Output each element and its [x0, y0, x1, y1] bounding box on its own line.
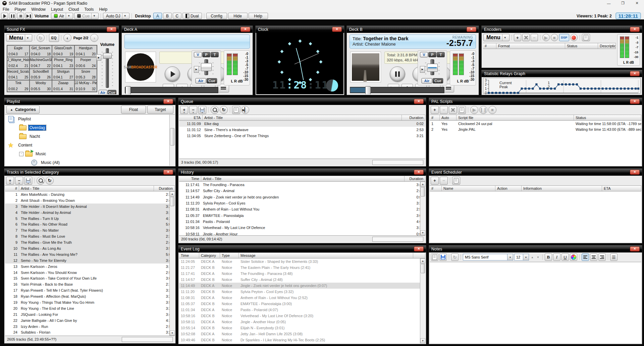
table-row[interactable]: 11:01:34Pastis - Polaroid4:07	[179, 219, 425, 225]
table-row[interactable]: 14Sven Karlsson - You Should Know2:52	[5, 270, 175, 276]
column-header[interactable]: #	[483, 43, 496, 49]
play-button[interactable]	[1, 13, 8, 19]
scheduler-add-button[interactable]: +	[431, 177, 439, 185]
pal-stop-button[interactable]: ■	[488, 106, 496, 114]
deck-b-p-button[interactable]: P	[428, 52, 436, 57]
next-button[interactable]	[25, 13, 32, 19]
column-header[interactable]: Artist - Title	[201, 176, 405, 181]
scrollbar[interactable]: ▲▼	[169, 191, 175, 336]
slider-arrow-icon[interactable]: ▶	[420, 66, 425, 73]
deck-b-cue-button[interactable]: Cue	[433, 78, 443, 83]
deck-b-volume-fader[interactable]: ▶	[425, 59, 440, 75]
table-row[interactable]: 6The Rallies - No Other Road5:04	[5, 221, 175, 227]
tracks-save-button[interactable]: ▼	[24, 177, 32, 185]
deck-a-v-button[interactable]: V	[194, 52, 202, 57]
column-header[interactable]: Artist - Title	[203, 115, 402, 120]
tree-item-overdag[interactable]: Overdag	[5, 123, 175, 132]
table-row[interactable]: 17Ryan Prewett - Tell Me I Can't (feat. …	[5, 287, 175, 293]
categories-button[interactable]: ▲Categories	[6, 106, 40, 114]
table-header[interactable]: #NameActionInformationETA	[430, 185, 641, 191]
fader-thumb[interactable]	[201, 63, 212, 71]
pal-run-button[interactable]: ▶	[470, 106, 478, 114]
font-size-select[interactable]: 12▼	[514, 254, 529, 261]
table-row[interactable]: 11:34:05Sture Zetterberg - One of Those …	[179, 133, 425, 139]
table-header[interactable]: ETAArtist - TitleDuration	[179, 115, 425, 121]
table-row[interactable]: 1Alex MakeMusic - Danzing2:18	[5, 191, 175, 197]
close-icon[interactable]: ✕	[332, 27, 342, 32]
soundfx-pad[interactable]: Shotgun0:04.127	[52, 69, 74, 80]
soundfx-pad[interactable]: GlassCrash0:04.019	[52, 45, 74, 57]
scrollbar-thumb[interactable]	[170, 197, 174, 206]
soundfx-volume-slider[interactable]: ▶	[102, 48, 113, 88]
column-header[interactable]: Message	[239, 253, 413, 258]
align-center-button[interactable]	[590, 253, 597, 261]
font-bigger-button[interactable]: ▲	[530, 256, 535, 259]
menu-item-tools[interactable]: Tools	[82, 7, 96, 12]
font-smaller-button[interactable]: ▼	[536, 256, 540, 259]
table-row[interactable]: 11:11:20DECK BNoticeSylvia Peyton - Cool…	[179, 289, 425, 295]
soundfx-pad[interactable]: Girl_Scream0:04.018	[30, 45, 52, 57]
table-header[interactable]: TimeCategoryTypeMessage	[179, 252, 425, 258]
table-row[interactable]: 10:55:14DECK BNoticeElijah N - Everybody…	[179, 325, 425, 331]
column-header[interactable]: Action	[495, 186, 522, 191]
restore-button[interactable]: ❐	[616, 0, 630, 6]
table-row[interactable]: 3Title Holder - It Doesn't Matter by Ani…	[5, 204, 175, 210]
scheduler-script-button[interactable]	[452, 177, 460, 185]
stop-encoder-button[interactable]: ■	[551, 34, 558, 41]
column-header[interactable]	[413, 253, 425, 258]
table-row[interactable]: 11:11:20Sylvia Peyton - Cool Eyes3:32	[179, 200, 425, 206]
deck-a-volume-fader[interactable]: ▶	[199, 59, 214, 75]
table-row[interactable]: 11:17:41The Foundling - Panacea3:48	[179, 182, 425, 188]
stop-button[interactable]	[17, 13, 24, 19]
align-left-button[interactable]	[582, 253, 589, 261]
table-row[interactable]: 23Izzy Arden - Run2:57	[5, 324, 175, 330]
table-row[interactable]: 11The Rallies - Are You Hearing Me?5:03	[5, 251, 175, 257]
scroll-up-icon[interactable]: ▲	[420, 258, 425, 264]
table-row[interactable]: 11:14:57DECK BNoticeSuffer City - Animal…	[179, 277, 425, 283]
align-right-button[interactable]	[598, 253, 606, 261]
config-button[interactable]: Config	[206, 13, 227, 19]
queue-refresh-button[interactable]: ↻	[220, 106, 228, 114]
tree-item-music-all-[interactable]: Music (All)	[5, 158, 175, 166]
table-header[interactable]: TimeArtist - TitleDuration	[179, 176, 425, 182]
deck-a-cue-button[interactable]: Cue	[207, 78, 217, 83]
soundfx-pad[interactable]: Tink0:00.229	[7, 80, 30, 92]
notes-editor[interactable]	[430, 262, 641, 343]
column-header[interactable]: Auto	[440, 115, 457, 120]
table-row[interactable]: 10:58:11Jingle - Another Hour0:05	[179, 231, 425, 235]
table-row[interactable]: 11:14:49Jingle - Zoek niet verder je heb…	[179, 194, 425, 200]
column-header[interactable]: Format	[496, 43, 565, 49]
desktop-dual-button[interactable]: Dual	[182, 13, 202, 19]
slider-arrow-icon[interactable]: ▶	[96, 54, 101, 61]
notes-redo-button[interactable]: ↻	[451, 253, 459, 261]
scroll-up-icon[interactable]: ▲	[420, 182, 425, 187]
hide-button[interactable]: Hide	[228, 13, 248, 19]
soundfx-air-button[interactable]: Air	[99, 90, 107, 94]
soundfx-pad[interactable]: Handgun0:04.120	[74, 45, 97, 57]
table-header[interactable]: #FormatStatusDescription	[483, 43, 616, 49]
table-row[interactable]: 21JSQuard - Looking For3:43	[5, 311, 175, 318]
scroll-down-icon[interactable]: ▼	[170, 331, 175, 336]
add-encoder-button[interactable]: +	[514, 34, 521, 41]
table-row[interactable]: 10:52:08DECK ANoticeJetty Jan - Hell Dam…	[179, 331, 425, 337]
column-header[interactable]: Type	[220, 253, 239, 258]
soundfx-pad[interactable]: J_Wayne_Habit0:02.421	[7, 57, 30, 69]
table-row[interactable]: 7The Rallies - No Matter3:09	[5, 227, 175, 233]
close-icon[interactable]: ✕	[163, 170, 173, 175]
tree-item-music[interactable]: -➤Music	[5, 150, 175, 158]
soundfx-pad[interactable]: Record_Scratch0:04.125	[7, 69, 30, 80]
dsp-button[interactable]: DSP	[559, 34, 569, 41]
column-header[interactable]: Category	[199, 253, 220, 258]
table-row[interactable]: 10:58:16DECK BNoticeVelvethead - My Last…	[179, 313, 425, 319]
remove-encoder-button[interactable]: −	[531, 34, 538, 41]
close-icon[interactable]: ✕	[630, 170, 640, 175]
column-header[interactable]: Description	[598, 43, 616, 49]
column-header[interactable]: #	[5, 186, 19, 191]
scheduler-remove-button[interactable]: −	[440, 177, 448, 185]
table-row[interactable]: 11:14:49DECK ANoticeJingle - Zoek niet v…	[179, 283, 425, 289]
table-row[interactable]: 11:08:31Anthem of Rain - Lost Without Yo…	[179, 206, 425, 212]
deck-b-v-button[interactable]: V	[420, 52, 428, 57]
column-header[interactable]: Script file	[457, 115, 574, 120]
table-row[interactable]: 10:58:16Velvethead - My Last Line Of Def…	[179, 225, 425, 231]
close-icon[interactable]: ✕	[630, 27, 640, 32]
